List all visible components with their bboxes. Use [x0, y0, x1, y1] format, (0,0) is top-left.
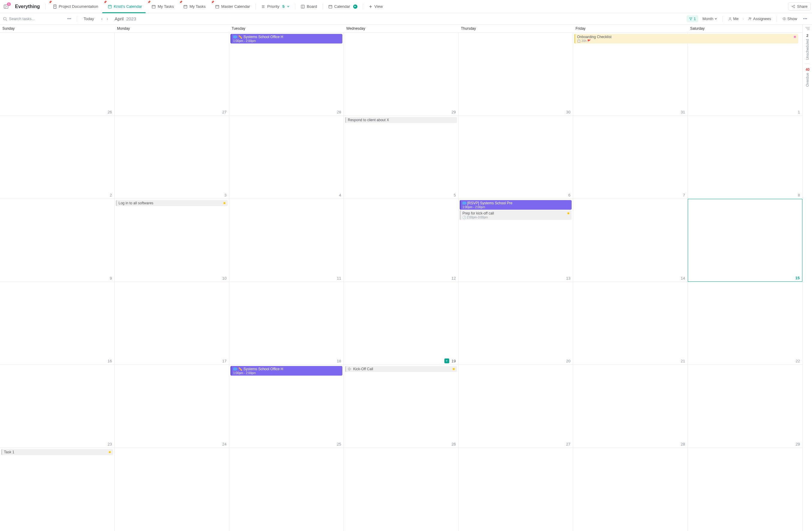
calendar-cell[interactable]: 20	[459, 282, 573, 365]
day-number: 19	[452, 359, 456, 363]
calendar-cell[interactable]: Log in to all softwares 10	[115, 199, 229, 282]
event-respond-client[interactable]: Respond to client about X	[345, 117, 457, 123]
calendar-cell[interactable]	[688, 448, 802, 531]
month-name: April	[115, 16, 124, 21]
calendar-cell[interactable]: 12	[344, 199, 459, 282]
sidebar-toggle-button[interactable]: 1	[1, 2, 11, 11]
calendar-cell[interactable]: 7	[573, 116, 688, 198]
add-task-button[interactable]: +	[445, 358, 449, 363]
tab-calendar[interactable]: Calendar	[325, 0, 361, 13]
pin-icon: 📌	[103, 1, 107, 4]
tab-kristi-calendar[interactable]: 📌 Kristi's Calendar	[102, 0, 146, 13]
event-systems-school-2[interactable]: ✏️ Systems School Office H 1:00pm - 2:00…	[230, 366, 343, 375]
calendar-cell[interactable]: 1	[688, 33, 802, 116]
calendar-cell[interactable]: [RSVP] Systems School Pre 1:00pm - 2:00p…	[459, 199, 573, 282]
svg-point-24	[792, 6, 793, 7]
calendar-icon	[215, 4, 219, 9]
calendar-cell[interactable]	[115, 448, 229, 531]
event-title: ✏️ Systems School Office H	[238, 35, 283, 39]
tab-label: Project Documentation	[59, 4, 98, 9]
calendar-cell[interactable]: ✏️ Systems School Office H 1:00pm - 2:00…	[229, 33, 344, 116]
me-filter-button[interactable]: Me	[726, 15, 741, 22]
calendar-cell[interactable]	[229, 448, 344, 531]
calendar-cell[interactable]: Onboarding Checklist 📋 20h 🚩 31	[573, 33, 688, 116]
tab-my-tasks-2[interactable]: 📌 My Tasks	[178, 0, 209, 13]
calendar-cell[interactable]: 4	[229, 116, 344, 198]
list-icon[interactable]	[806, 27, 810, 30]
calendar-cell[interactable]: 29	[688, 365, 802, 447]
weekday-label: Saturday	[688, 25, 802, 32]
toolbar-more-button[interactable]: •••	[801, 15, 809, 22]
calendar-cell[interactable]: 24	[115, 365, 229, 447]
calendar-cell[interactable]: 28	[573, 365, 688, 447]
unscheduled-panel-toggle[interactable]: Unscheduled 2	[806, 34, 810, 60]
tab-everything[interactable]: Everything	[11, 0, 44, 13]
calendar-cell[interactable]: Respond to client about X 5	[344, 116, 459, 198]
event-login-softwares[interactable]: Log in to all softwares	[116, 200, 228, 206]
search-input[interactable]	[9, 16, 54, 21]
svg-point-29	[4, 17, 6, 20]
day-number: 11	[337, 276, 341, 280]
event-rsvp[interactable]: [RSVP] Systems School Pre 1:00pm - 2:00p…	[460, 200, 571, 210]
tab-my-tasks-1[interactable]: 📌 My Tasks	[146, 0, 177, 13]
event-onboarding[interactable]: Onboarding Checklist 📋 20h 🚩	[574, 34, 798, 44]
calendar-cell[interactable]: 17	[115, 282, 229, 365]
day-number: 9	[110, 276, 112, 280]
calendar-cell[interactable]: Kick-Off Call 26	[344, 365, 459, 447]
calendar-cell[interactable]	[344, 448, 459, 531]
calendar-cell[interactable]: ✏️ Systems School Office H 1:00pm - 2:00…	[229, 365, 344, 447]
calendar-cell[interactable]: 18	[229, 282, 344, 365]
event-systems-school[interactable]: ✏️ Systems School Office H 1:00pm - 2:00…	[230, 34, 343, 44]
tab-project-docs[interactable]: 📌 Project Documentation	[47, 0, 102, 13]
calendar-cell[interactable]: 11	[229, 199, 344, 282]
show-button[interactable]: Show	[780, 15, 800, 22]
today-button[interactable]: Today	[81, 15, 97, 22]
calendar-cell[interactable]: 27	[115, 33, 229, 116]
calendar-cell[interactable]: 22	[688, 282, 802, 365]
calendar-cell[interactable]: 21	[573, 282, 688, 365]
tab-board[interactable]: Board	[297, 0, 321, 13]
calendar-cell[interactable]: 30	[459, 33, 573, 116]
tab-master-calendar[interactable]: 📌 Master Calendar	[210, 0, 253, 13]
calendar-cell[interactable]: 8	[688, 116, 802, 198]
calendar-cell[interactable]: 29	[344, 33, 459, 116]
divider	[723, 16, 723, 22]
event-kickoff[interactable]: Kick-Off Call	[345, 366, 457, 372]
filter-button[interactable]: 1	[686, 15, 698, 22]
calendar-cell[interactable]: 9	[0, 199, 115, 282]
calendar-icon	[108, 4, 112, 9]
day-number: 28	[681, 442, 685, 446]
add-view-button[interactable]: View	[365, 0, 387, 13]
calendar-cell[interactable]: 3	[115, 116, 229, 198]
calendar-cell[interactable]: 23	[0, 365, 115, 447]
event-task1[interactable]: Task 1	[1, 449, 113, 455]
overdue-panel-toggle[interactable]: Overdue 40	[806, 68, 810, 87]
camera-icon	[233, 368, 237, 370]
doc-icon	[53, 4, 57, 9]
calendar-cell[interactable]: 14	[573, 199, 688, 282]
calendar-cell[interactable]: 2	[0, 116, 115, 198]
calendar-cell[interactable]: + 19	[344, 282, 459, 365]
calendar-cell[interactable]: 16	[0, 282, 115, 365]
pin-icon: 📌	[147, 1, 151, 4]
sidebar-badge: 1	[7, 2, 11, 6]
next-month-button[interactable]: ›	[105, 15, 110, 22]
calendar-weekday-header: Sunday Monday Tuesday Wednesday Thursday…	[0, 25, 802, 33]
svg-rect-20	[329, 5, 332, 8]
calendar-cell[interactable]	[573, 448, 688, 531]
view-mode-selector[interactable]: Month	[700, 15, 720, 22]
calendar-cell[interactable]: 27	[459, 365, 573, 447]
status-pink-icon	[793, 35, 796, 39]
calendar-cell[interactable]	[459, 448, 573, 531]
calendar-cell[interactable]: 26	[0, 33, 115, 116]
prev-month-button[interactable]: ‹	[99, 15, 104, 22]
share-button[interactable]: Share	[788, 2, 811, 11]
calendar-cell[interactable]: Task 1	[0, 448, 115, 531]
calendar-cell[interactable]: 15	[688, 199, 802, 282]
assignees-button[interactable]: Assignees	[746, 15, 773, 22]
more-options-button[interactable]: •••	[66, 15, 73, 22]
tab-label: My Tasks	[158, 4, 174, 9]
calendar-cell[interactable]: 6	[459, 116, 573, 198]
tab-priority[interactable]: Priority 5	[258, 0, 293, 13]
event-prep-kickoff[interactable]: Prep for kick-off call 🕐 2:00pm-3:00pm	[460, 210, 571, 220]
